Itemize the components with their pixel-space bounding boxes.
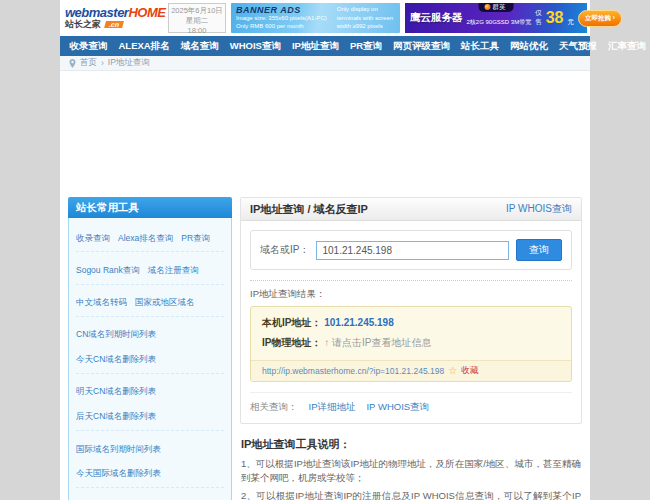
result-box-footer: http://ip.webmasterhome.cn/?ip=101.21.24… — [251, 360, 571, 381]
sidebar-row: 明天国际域名删除列表后天国际域名删除列表 — [76, 488, 224, 500]
result-box-main: 本机IP地址： 101.21.245.198 IP物理地址： ↑ 请点击IP查看… — [251, 307, 571, 360]
result-ip-row: 本机IP地址： 101.21.245.198 — [262, 313, 560, 333]
server-ad-only-label: 仅售 — [535, 9, 542, 27]
empty-ad-space — [60, 71, 590, 197]
sidebar-link[interactable]: PR查询 — [181, 232, 210, 245]
related-link-ip-whois[interactable]: IP WHOIS查询 — [366, 401, 429, 414]
related-link-ip-detail[interactable]: IP详细地址 — [309, 401, 356, 414]
result-section-label: IP地址查询结果： — [250, 288, 572, 301]
sidebar-row: 中文域名转码国家或地区域名 — [76, 285, 224, 317]
result-permalink[interactable]: http://ip.webmasterhome.cn/?ip=101.21.24… — [262, 366, 444, 376]
sidebar-row: 收录查询Alexa排名查询PR查询 — [76, 220, 224, 252]
server-ad-cta-button[interactable]: 立即抢购 › — [578, 10, 622, 27]
server-ad-unit: 元 — [567, 18, 574, 27]
sidebar-row: CN域名到期时间列表今天CN域名删除列表 — [76, 317, 224, 374]
result-ip-link[interactable]: 101.21.245.198 — [324, 317, 394, 328]
sidebar-link[interactable]: Sogou Rank查询 — [76, 264, 140, 277]
nav-item-exchange-rate[interactable]: 汇率查询 — [603, 40, 650, 53]
banner-ad-line1: Image size: 355x60 pixels(A1-PC) — [236, 15, 327, 23]
location-pin-icon — [69, 59, 76, 68]
banner-ad-note: Only display on terminals with screen wi… — [332, 3, 400, 32]
main-nav: 收录查询 ALEXA排名 域名查询 WHOIS查询 IP地址查询 PR查询 网页… — [60, 36, 590, 56]
intro-paragraph: 2、可以根据IP地址查询IP的注册信息及IP WHOIS信息查询，可以了解到某个… — [241, 489, 581, 500]
server-ad-price: 38 — [546, 10, 564, 26]
breadcrumb: 首页 › IP地址查询 — [60, 56, 590, 71]
breadcrumb-separator: › — [101, 58, 104, 68]
nav-item-domain[interactable]: 域名查询 — [175, 40, 224, 53]
favorite-star-icon[interactable]: ☆ — [448, 366, 457, 376]
time-line: 18:00 — [169, 26, 225, 36]
nav-item-index-check[interactable]: 收录查询 — [64, 40, 113, 53]
weekday-line: 星期二 — [169, 16, 225, 26]
sidebar-link[interactable]: 国家或地区域名 — [135, 296, 195, 309]
date-line: 2025年6月10日 — [169, 6, 225, 16]
site-header: webmasterHOME 站长之家 .cn 2025年6月10日 星期二 18… — [60, 0, 590, 36]
sidebar-link[interactable]: 国际域名到期时间列表 — [76, 443, 161, 456]
result-box: 本机IP地址： 101.21.245.198 IP物理地址： ↑ 请点击IP查看… — [250, 306, 572, 382]
sidebar-link[interactable]: 中文域名转码 — [76, 296, 127, 309]
ip-input[interactable] — [316, 241, 509, 260]
logo-wordmark: webmasterHOME — [65, 6, 163, 20]
ip-lookup-panel: IP地址查询 / 域名反查IP IP WHOIS查询 域名或IP： 查询 IP地… — [240, 197, 582, 424]
site-logo[interactable]: webmasterHOME 站长之家 .cn — [63, 6, 163, 29]
nav-item-webmaster-tools[interactable]: 站长工具 — [456, 40, 505, 53]
breadcrumb-home[interactable]: 首页 — [80, 57, 97, 69]
nav-item-seo[interactable]: 网站优化 — [505, 40, 554, 53]
banner-ad-left: BANNER ADS Image size: 355x60 pixels(A1-… — [231, 4, 332, 32]
server-ad-banner[interactable]: 群英 鹰云服务器 2核2G 90GSSD 3M带宽 仅售 38 元 立即抢购 › — [405, 3, 587, 33]
banner-ad-title: BANNER ADS — [236, 5, 327, 15]
sidebar-title: 站长常用工具 — [68, 197, 232, 218]
sidebar-common-tools: 站长常用工具 收录查询Alexa排名查询PR查询 Sogou Rank查询域名注… — [68, 197, 232, 500]
server-ad-specs: 2核2G 90GSSD 3M带宽 — [467, 18, 532, 27]
result-ip-label: 本机IP地址： — [262, 317, 321, 328]
favorite-link[interactable]: 收藏 — [461, 365, 478, 377]
sidebar-link[interactable]: 域名注册查询 — [148, 264, 199, 277]
result-location-row: IP物理地址： ↑ 请点击IP查看地址信息 — [262, 333, 560, 353]
banner-ad-placeholder[interactable]: BANNER ADS Image size: 355x60 pixels(A1-… — [231, 3, 400, 33]
tool-intro-section: IP地址查询工具说明： 1、可以根据IP地址查询该IP地址的物理地址，及所在国家… — [240, 437, 582, 500]
nav-item-page-rating[interactable]: 网页评级查询 — [388, 40, 456, 53]
ip-query-form: 域名或IP： 查询 — [250, 230, 572, 270]
banner-ad-line2: Only RMB 600 per month — [236, 23, 327, 31]
result-location-label: IP物理地址： — [262, 337, 321, 348]
nav-item-weather[interactable]: 天气预报 — [554, 40, 603, 53]
nav-item-alexa[interactable]: ALEXA排名 — [113, 40, 175, 53]
date-box: 2025年6月10日 星期二 18:00 — [168, 3, 226, 33]
sidebar-link[interactable]: 今天国际域名删除列表 — [76, 467, 161, 480]
breadcrumb-current: IP地址查询 — [108, 57, 150, 69]
ip-whois-link[interactable]: IP WHOIS查询 — [506, 202, 572, 216]
nav-item-whois[interactable]: WHOIS查询 — [224, 40, 286, 53]
intro-title: IP地址查询工具说明： — [241, 437, 581, 452]
panel-body: 域名或IP： 查询 IP地址查询结果： 本机IP地址： 101.21.245.1… — [241, 221, 581, 423]
sidebar-link[interactable]: 后天CN域名删除列表 — [76, 410, 156, 423]
sidebar-row: Sogou Rank查询域名注册查询 — [76, 252, 224, 284]
nav-item-ip[interactable]: IP地址查询 — [286, 40, 344, 53]
main-column: IP地址查询 / 域名反查IP IP WHOIS查询 域名或IP： 查询 IP地… — [240, 197, 582, 500]
sidebar-link[interactable]: Alexa排名查询 — [118, 232, 173, 245]
content-columns: 站长常用工具 收录查询Alexa排名查询PR查询 Sogou Rank查询域名注… — [60, 197, 590, 500]
page: webmasterHOME 站长之家 .cn 2025年6月10日 星期二 18… — [60, 0, 590, 500]
brand-name: 群英 — [493, 4, 506, 11]
query-button[interactable]: 查询 — [516, 239, 562, 261]
nav-item-pr[interactable]: PR查询 — [344, 40, 387, 53]
server-ad-brand-badge: 群英 — [479, 3, 514, 12]
logo-subtitle: 站长之家 — [65, 20, 101, 29]
brand-flame-icon — [485, 4, 491, 10]
panel-header: IP地址查询 / 域名反查IP IP WHOIS查询 — [241, 198, 581, 221]
sidebar-link[interactable]: CN域名到期时间列表 — [76, 328, 156, 341]
ip-input-label: 域名或IP： — [260, 243, 309, 257]
result-location-hint: ↑ 请点击IP查看地址信息 — [324, 337, 431, 348]
logo-part-home: HOME — [128, 5, 165, 20]
logo-cn-badge: .cn — [104, 21, 124, 28]
sidebar-link[interactable]: 明天CN域名删除列表 — [76, 385, 156, 398]
related-label: 相关查询： — [250, 401, 298, 414]
intro-paragraph: 1、可以根据IP地址查询该IP地址的物理地址，及所在国家/地区、城市，甚至精确到… — [241, 457, 581, 486]
related-queries-row: 相关查询： IP详细地址 IP WHOIS查询 — [250, 392, 572, 414]
logo-subtitle-row: 站长之家 .cn — [65, 20, 163, 29]
sidebar-row: 明天CN域名删除列表后天CN域名删除列表 — [76, 374, 224, 431]
sidebar-link[interactable]: 今天CN域名删除列表 — [76, 353, 156, 366]
dotted-divider — [250, 280, 572, 281]
server-ad-name: 鹰云服务器 — [410, 11, 463, 25]
sidebar-link[interactable]: 收录查询 — [76, 232, 110, 245]
sidebar-body: 收录查询Alexa排名查询PR查询 Sogou Rank查询域名注册查询 中文域… — [68, 218, 232, 500]
